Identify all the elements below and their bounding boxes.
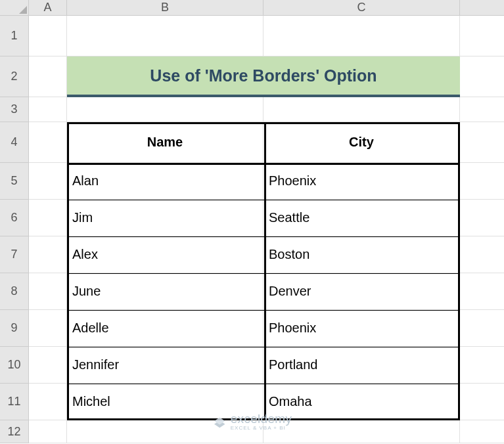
row-header-10[interactable]: 10 <box>0 347 29 384</box>
select-all-corner[interactable] <box>0 0 29 16</box>
col-header-A[interactable]: A <box>29 0 67 16</box>
cell-A5[interactable] <box>29 163 67 200</box>
data-city-5[interactable]: Portland <box>263 347 460 384</box>
data-name-1[interactable]: Jim <box>67 200 263 236</box>
cell-A7[interactable] <box>29 236 67 273</box>
cell-A1[interactable] <box>29 16 67 56</box>
select-all-icon <box>19 6 27 14</box>
row-header-4[interactable]: 4 <box>0 122 29 163</box>
cell-D5[interactable] <box>460 163 504 200</box>
row-header-5[interactable]: 5 <box>0 163 29 200</box>
col-header-D[interactable] <box>460 0 504 16</box>
cell-A3[interactable] <box>29 97 67 122</box>
cell-B12[interactable] <box>67 420 263 443</box>
col-header-C[interactable]: C <box>263 0 460 16</box>
cell-D8[interactable] <box>460 273 504 310</box>
cell-D11[interactable] <box>460 384 504 420</box>
row-header-3[interactable]: 3 <box>0 97 29 122</box>
cell-A10[interactable] <box>29 347 67 384</box>
row-header-7[interactable]: 7 <box>0 236 29 273</box>
row-header-12[interactable]: 12 <box>0 420 29 443</box>
data-city-6[interactable]: Omaha <box>263 384 460 420</box>
cell-A11[interactable] <box>29 384 67 420</box>
row-header-1[interactable]: 1 <box>0 16 29 56</box>
cell-C12[interactable] <box>263 420 460 443</box>
row-header-2[interactable]: 2 <box>0 56 29 97</box>
cell-B1[interactable] <box>67 16 263 56</box>
row-header-9[interactable]: 9 <box>0 310 29 347</box>
data-name-6[interactable]: Michel <box>67 384 263 420</box>
col-header-B[interactable]: B <box>67 0 263 16</box>
data-name-4[interactable]: Adelle <box>67 310 263 347</box>
data-city-1[interactable]: Seattle <box>263 200 460 236</box>
cell-A2[interactable] <box>29 56 67 97</box>
cell-A12[interactable] <box>29 420 67 443</box>
row-header-11[interactable]: 11 <box>0 384 29 420</box>
header-name[interactable]: Name <box>67 122 263 163</box>
cell-A6[interactable] <box>29 200 67 236</box>
title-merged-cell[interactable]: Use of 'More Borders' Option <box>67 56 460 97</box>
cell-D1[interactable] <box>460 16 504 56</box>
cell-A9[interactable] <box>29 310 67 347</box>
data-city-0[interactable]: Phoenix <box>263 163 460 200</box>
header-city[interactable]: City <box>263 122 460 163</box>
cell-C1[interactable] <box>263 16 460 56</box>
spreadsheet-grid: A B C 1 2 Use of 'More Borders' Option 3… <box>0 0 504 443</box>
cell-C3[interactable] <box>263 97 460 122</box>
data-city-2[interactable]: Boston <box>263 236 460 273</box>
cell-D12[interactable] <box>460 420 504 443</box>
data-name-2[interactable]: Alex <box>67 236 263 273</box>
data-name-3[interactable]: June <box>67 273 263 310</box>
data-city-3[interactable]: Denver <box>263 273 460 310</box>
cell-A8[interactable] <box>29 273 67 310</box>
cell-D6[interactable] <box>460 200 504 236</box>
cell-D4[interactable] <box>460 122 504 163</box>
cell-D7[interactable] <box>460 236 504 273</box>
data-name-0[interactable]: Alan <box>67 163 263 200</box>
data-city-4[interactable]: Phoenix <box>263 310 460 347</box>
cell-D10[interactable] <box>460 347 504 384</box>
cell-D9[interactable] <box>460 310 504 347</box>
row-header-6[interactable]: 6 <box>0 200 29 236</box>
svg-marker-0 <box>19 6 27 14</box>
row-header-8[interactable]: 8 <box>0 273 29 310</box>
data-name-5[interactable]: Jennifer <box>67 347 263 384</box>
cell-D2[interactable] <box>460 56 504 97</box>
cell-A4[interactable] <box>29 122 67 163</box>
cell-B3[interactable] <box>67 97 263 122</box>
cell-D3[interactable] <box>460 97 504 122</box>
